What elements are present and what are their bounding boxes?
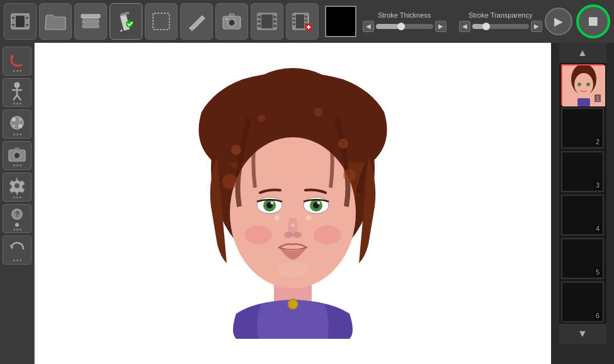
svg-point-43 [18, 124, 22, 128]
svg-rect-12 [153, 13, 169, 30]
svg-point-80 [306, 215, 311, 220]
svg-point-86 [577, 82, 581, 86]
svg-line-37 [13, 95, 17, 100]
svg-point-48 [14, 183, 20, 188]
svg-point-34 [14, 82, 20, 88]
svg-rect-20 [258, 20, 261, 23]
svg-point-41 [19, 118, 21, 121]
svg-point-72 [222, 174, 237, 189]
svg-point-71 [277, 262, 309, 277]
color-swatch[interactable] [325, 6, 356, 37]
svg-point-69 [284, 232, 293, 238]
svg-rect-22 [258, 25, 261, 27]
camera-side-tool[interactable] [3, 141, 31, 170]
svg-point-60 [314, 225, 341, 244]
frame-3-number: 3 [594, 181, 601, 189]
video-export-tool[interactable] [286, 3, 319, 40]
svg-point-68 [317, 202, 321, 205]
svg-point-42 [13, 125, 15, 127]
svg-rect-30 [293, 23, 295, 25]
frame-6-number: 6 [594, 312, 601, 319]
frame-5-number: 5 [594, 268, 601, 276]
svg-rect-88 [577, 98, 590, 106]
stroke-transparency-label: Stroke Transparency [459, 11, 543, 19]
settings-tool[interactable] [3, 173, 31, 202]
svg-point-76 [258, 115, 265, 122]
svg-point-75 [338, 139, 348, 149]
svg-rect-5 [16, 16, 25, 27]
side-toolbar: ? [0, 43, 35, 364]
filmstrip-up-button[interactable]: ▲ [559, 43, 606, 63]
svg-rect-19 [273, 16, 276, 18]
svg-point-73 [343, 169, 356, 181]
help-tool[interactable]: ? [3, 204, 31, 233]
camera-tool[interactable] [215, 3, 248, 40]
svg-point-40 [12, 118, 16, 122]
svg-point-85 [574, 73, 593, 96]
svg-point-67 [271, 202, 274, 205]
svg-text:?: ? [15, 210, 20, 218]
svg-rect-32 [296, 14, 304, 28]
svg-rect-27 [305, 16, 307, 18]
film-frame-5[interactable]: 5 [561, 238, 604, 279]
svg-rect-8 [82, 25, 99, 28]
svg-point-16 [226, 18, 228, 20]
svg-rect-4 [25, 23, 29, 26]
stroke-thickness-decrease[interactable]: ◀ [363, 21, 374, 32]
play-button[interactable]: ▶ [545, 8, 572, 35]
stroke-thickness-slider[interactable] [376, 24, 433, 29]
svg-point-59 [244, 225, 272, 244]
svg-rect-9 [81, 14, 100, 18]
svg-point-77 [314, 108, 322, 117]
stroke-thickness-increase[interactable]: ▶ [435, 21, 446, 32]
svg-line-38 [17, 95, 21, 100]
svg-rect-23 [273, 25, 276, 27]
layers-tool[interactable] [74, 3, 107, 40]
svg-rect-21 [273, 20, 276, 23]
film-frame-1[interactable]: 1 [561, 64, 604, 105]
filmstrip-tool[interactable] [251, 3, 283, 40]
svg-point-46 [15, 154, 19, 157]
filmstrip: ▲ 1 2 3 [559, 43, 606, 344]
stroke-transparency-decrease[interactable]: ◀ [459, 21, 470, 32]
svg-rect-2 [25, 16, 29, 20]
undo-tool[interactable] [3, 47, 31, 76]
film-tool-wrap [4, 3, 37, 40]
filmstrip-down-button[interactable]: ▼ [559, 324, 606, 344]
folder-tool[interactable] [39, 3, 72, 40]
svg-point-70 [293, 232, 302, 238]
stroke-transparency-slider[interactable] [472, 24, 530, 29]
drawing-canvas-area[interactable] [35, 43, 551, 364]
playback-controls: ▶ ⏹ [545, 4, 610, 38]
eraser-tool[interactable] [180, 3, 213, 40]
right-sidebar: ▲ 1 2 3 [551, 43, 614, 364]
stroke-transparency-increase[interactable]: ▶ [531, 21, 542, 32]
svg-rect-26 [293, 16, 295, 18]
pen-tool-wrap [110, 3, 142, 40]
film-frame-3[interactable]: 3 [561, 151, 604, 192]
effects-tool[interactable] [3, 110, 31, 139]
select-tool[interactable] [145, 3, 178, 40]
frame-1-number: 1 [594, 94, 601, 102]
svg-point-51 [15, 223, 19, 227]
svg-point-74 [231, 145, 241, 155]
frame-4-number: 4 [594, 225, 601, 232]
svg-point-87 [586, 82, 590, 86]
main-toolbar: Stroke Thickness ◀ ▶ Stroke Transparency… [0, 0, 614, 43]
film-frame-2[interactable]: 2 [561, 108, 604, 149]
figure-tool[interactable] [3, 78, 31, 107]
svg-point-79 [275, 215, 280, 220]
pen-tool[interactable] [110, 3, 142, 40]
svg-rect-3 [11, 23, 15, 26]
svg-point-15 [230, 21, 234, 25]
film-frame-4[interactable]: 4 [561, 195, 604, 236]
film-tool[interactable] [4, 3, 37, 40]
back-tool[interactable] [3, 236, 31, 264]
svg-rect-18 [258, 16, 261, 18]
film-frame-6[interactable]: 6 [561, 282, 604, 322]
frame-2-number: 2 [594, 138, 601, 145]
svg-point-81 [291, 224, 295, 227]
svg-rect-28 [293, 20, 295, 21]
main-area: ? [0, 43, 614, 364]
stop-button[interactable]: ⏹ [576, 4, 610, 38]
